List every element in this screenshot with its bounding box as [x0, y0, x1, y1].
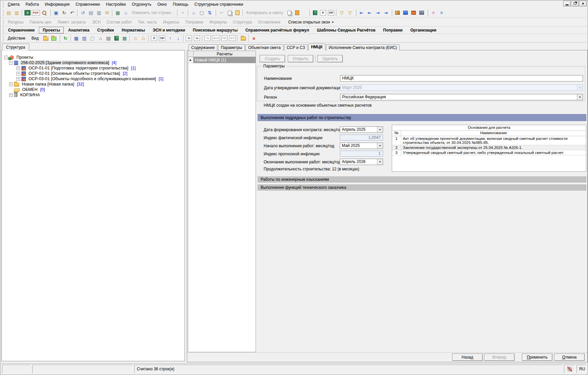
- outdent-all-icon[interactable]: ⇤: [366, 9, 373, 16]
- menu-deystvie[interactable]: Действие: [5, 35, 29, 41]
- pr-calc-icon[interactable]: ПР: [159, 36, 165, 41]
- tree-node-label[interactable]: ОСР-03-01 [Объекты подсобного и обслужив…: [28, 76, 157, 81]
- chevron-down-icon[interactable]: ▼: [577, 85, 583, 91]
- view-struktura[interactable]: Структура: [233, 20, 252, 24]
- tab-ispolnenie-eis[interactable]: Исполнение Сметы контракта (ЕИС): [326, 44, 399, 50]
- tab-parametry[interactable]: Параметры: [218, 44, 245, 50]
- toolbar-grip[interactable]: [390, 9, 392, 16]
- tab-struktura[interactable]: Структура: [2, 44, 29, 50]
- tab-stroyki[interactable]: Стройки: [94, 27, 117, 33]
- percent-window-icon[interactable]: %: [194, 36, 200, 41]
- equipment-icon[interactable]: [419, 11, 424, 15]
- building-add-icon[interactable]: ▦: [72, 35, 80, 42]
- toolbar-grip[interactable]: [426, 9, 428, 16]
- toolbar-grip[interactable]: [308, 9, 310, 16]
- view-panel-cen[interactable]: Панель цен: [30, 20, 51, 24]
- person-percent-icon[interactable]: %: [186, 36, 192, 41]
- delete-icon[interactable]: ×: [250, 35, 258, 42]
- folder-new-icon[interactable]: [241, 37, 246, 41]
- back-button[interactable]: Назад: [452, 354, 483, 361]
- view-esn[interactable]: ЭСН: [92, 20, 101, 24]
- structure-tree-icon[interactable]: ▤: [5, 9, 12, 16]
- view-teh-chast[interactable]: Тех. часть: [138, 20, 157, 24]
- forward-button[interactable]: Вперед: [484, 354, 515, 361]
- contract-date-combo[interactable]: Апрель 2025 ▼: [340, 126, 383, 133]
- estimates-stack-icon[interactable]: ≡: [430, 9, 437, 16]
- pdf-export-icon[interactable]: PDF: [32, 10, 40, 15]
- object-new-icon[interactable]: ⌂: [97, 35, 104, 42]
- paste-sheet-icon[interactable]: [295, 10, 299, 15]
- window-icon[interactable]: ▢: [198, 9, 205, 16]
- tab-poiskovye-marshruty[interactable]: Поисковые маршруты: [190, 27, 241, 33]
- row-settings-alt-icon[interactable]: ▥: [95, 9, 103, 16]
- toolbar-grip[interactable]: [2, 1, 3, 8]
- materials-icon[interactable]: [411, 11, 416, 15]
- tree-node-label[interactable]: КОРЗИНА: [19, 93, 41, 97]
- menu-item-nastroyki[interactable]: Настройки: [103, 1, 129, 7]
- region-combo[interactable]: Российская Федерация ▼: [340, 94, 583, 100]
- section-customer-header[interactable]: Выполнение функций технического заказчик…: [258, 184, 586, 191]
- comment-icon[interactable]: ✉: [103, 9, 111, 16]
- menu-vid[interactable]: Вид: [29, 35, 42, 41]
- row-text[interactable]: Утвержденный сводный сметный расчет, либ…: [401, 150, 586, 155]
- tab-ssr-sz[interactable]: ССР и СЗ: [284, 44, 308, 50]
- undo-icon[interactable]: ↶: [68, 9, 76, 16]
- chevron-down-icon[interactable]: ▼: [377, 127, 383, 132]
- chevron-down-icon[interactable]: ▼: [577, 94, 583, 100]
- tree-expander[interactable]: +: [9, 93, 13, 97]
- copy-icon[interactable]: [228, 11, 231, 15]
- toolbar-grip[interactable]: [2, 27, 3, 34]
- tree-node-label[interactable]: ОСР-01-01 [Подготовка территории строите…: [28, 66, 129, 70]
- cut-icon[interactable]: ✂: [218, 9, 225, 16]
- indent-all-icon[interactable]: ⇥: [382, 9, 389, 16]
- section-survey-header[interactable]: Работы по инженерным изысканиям: [258, 176, 586, 182]
- filter-clear-icon[interactable]: ▽: [346, 9, 354, 16]
- menu-item-smeta[interactable]: Смета: [5, 1, 22, 7]
- view-formuly[interactable]: Формулы: [209, 20, 227, 24]
- menu-item-okno[interactable]: Окно: [154, 1, 170, 7]
- toolbar-grip[interactable]: [58, 35, 60, 42]
- tree-expander[interactable]: −: [4, 56, 8, 59]
- restore-button[interactable]: [571, 1, 579, 6]
- work-start-combo[interactable]: Май 2025 ▼: [340, 143, 383, 149]
- structure-add-icon[interactable]: ▥: [13, 9, 20, 16]
- fz-icon[interactable]: ФЗ: [229, 36, 235, 41]
- tree-expander[interactable]: +: [9, 83, 13, 86]
- film-icon[interactable]: ▤: [105, 35, 112, 42]
- tab-nmck[interactable]: НМЦК: [308, 44, 325, 50]
- methods-book-icon[interactable]: [114, 36, 119, 41]
- toolbar-grip[interactable]: [2, 9, 3, 16]
- create-button[interactable]: Создать: [260, 55, 285, 62]
- excel-export-icon[interactable]: X: [24, 10, 31, 15]
- chevron-down-icon[interactable]: ▼: [377, 159, 383, 165]
- view-sostav-rabot[interactable]: Состав работ: [107, 20, 132, 24]
- toolbar-grip[interactable]: [2, 35, 3, 42]
- refresh-window-icon[interactable]: ↺: [79, 9, 87, 16]
- work-end-combo[interactable]: Апрель 2026 ▼: [340, 159, 383, 165]
- filter-icon[interactable]: ▽: [338, 9, 345, 16]
- toolbar-grip[interactable]: [214, 9, 216, 16]
- tab-organizacii[interactable]: Организации: [407, 27, 440, 33]
- calc-list-item[interactable]: Новый НМЦК (1): [194, 57, 256, 63]
- machines-icon[interactable]: [403, 11, 408, 15]
- name-field[interactable]: НМЦК: [340, 75, 583, 82]
- copy-building-icon[interactable]: ⌂: [122, 9, 129, 16]
- tab-popravki[interactable]: Поправки: [380, 27, 406, 33]
- menu-item-spravochniki[interactable]: Справочники: [72, 1, 103, 7]
- copy-sheet-icon[interactable]: [287, 11, 291, 15]
- m25-icon[interactable]: М25: [212, 36, 220, 41]
- view-popravki[interactable]: Поправки: [185, 20, 203, 24]
- print-new-icon[interactable]: ▦: [121, 35, 128, 42]
- close-button[interactable]: ×: [579, 1, 587, 6]
- clear-icon[interactable]: ×: [179, 9, 186, 16]
- tree-node-label[interactable]: Проекты: [15, 55, 34, 60]
- chevron-down-icon[interactable]: ▼: [377, 143, 383, 149]
- tree-expander[interactable]: +: [16, 77, 20, 81]
- open-button[interactable]: Открыть: [288, 55, 313, 62]
- updown-icon[interactable]: ⇅: [206, 9, 213, 16]
- outdent-icon[interactable]: ⇤: [358, 9, 365, 16]
- home-settings-icon[interactable]: ⌂: [140, 35, 147, 42]
- tab-normativy[interactable]: Нормативы: [118, 27, 148, 33]
- move-up-icon[interactable]: ↑: [166, 35, 174, 42]
- tab-obektnaya-smeta[interactable]: Объектная смета: [246, 44, 283, 50]
